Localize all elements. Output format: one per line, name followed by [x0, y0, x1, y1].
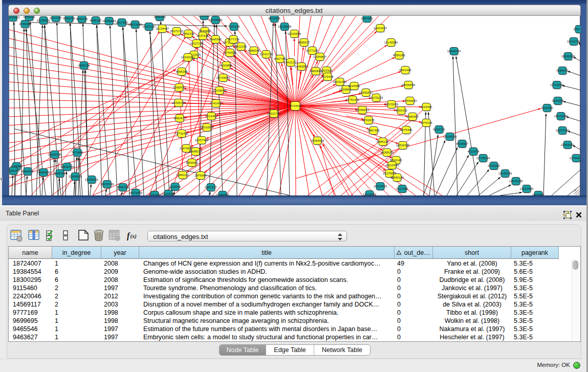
svg-text:14460856: 14460856: [295, 65, 309, 68]
svg-text:10327246: 10327246: [190, 42, 204, 45]
svg-text:13134457: 13134457: [156, 27, 169, 30]
svg-text:4050413: 4050413: [395, 109, 407, 112]
svg-text:14275203: 14275203: [369, 96, 383, 99]
svg-text:22992872: 22992872: [359, 91, 373, 94]
svg-text:3677374: 3677374: [227, 38, 239, 41]
svg-text:8134562: 8134562: [348, 84, 360, 87]
svg-text:22806503: 22806503: [69, 175, 82, 178]
svg-text:7452134: 7452134: [182, 32, 194, 35]
svg-text:19384554: 19384554: [311, 139, 324, 142]
svg-text:2077105: 2077105: [306, 49, 318, 52]
svg-text:9275445: 9275445: [400, 128, 412, 132]
svg-text:6482877: 6482877: [173, 117, 186, 120]
svg-text:3644095: 3644095: [552, 99, 564, 102]
svg-text:19836388: 19836388: [396, 144, 410, 147]
svg-text:4735650: 4735650: [19, 23, 31, 26]
svg-text:20372723: 20372723: [170, 30, 184, 33]
svg-text:11584847: 11584847: [313, 55, 327, 58]
svg-text:13754919: 13754919: [223, 51, 237, 54]
svg-text:5685216: 5685216: [377, 140, 389, 143]
svg-text:16648784: 16648784: [447, 50, 461, 53]
svg-text:5188470: 5188470: [556, 69, 569, 72]
svg-text:13732411: 13732411: [175, 132, 189, 135]
svg-text:20031404: 20031404: [333, 80, 347, 83]
svg-text:8029889: 8029889: [220, 64, 232, 67]
svg-text:19688132: 19688132: [189, 150, 203, 153]
svg-text:13045349: 13045349: [498, 172, 512, 175]
svg-text:2876966: 2876966: [194, 174, 207, 177]
svg-text:22744459: 22744459: [216, 76, 230, 79]
svg-text:8224730: 8224730: [433, 128, 445, 131]
svg-text:8369062: 8369062: [186, 161, 198, 164]
svg-text:12416912: 12416912: [363, 193, 377, 195]
svg-text:21257684: 21257684: [520, 187, 534, 190]
svg-text:9958289: 9958289: [176, 70, 188, 73]
svg-text:1890399: 1890399: [54, 172, 66, 175]
svg-text:9217207: 9217207: [50, 16, 62, 19]
svg-text:(x): (x): [130, 233, 137, 239]
svg-text:12541238: 12541238: [509, 180, 523, 183]
svg-text:22570529: 22570529: [385, 103, 399, 106]
svg-text:2537611: 2537611: [197, 34, 209, 37]
svg-text:15157347: 15157347: [142, 25, 156, 28]
svg-text:19523409: 19523409: [554, 115, 568, 118]
svg-text:19085076: 19085076: [380, 151, 394, 154]
svg-text:8079409: 8079409: [321, 75, 334, 78]
svg-text:8359183: 8359183: [393, 54, 405, 57]
svg-text:21439044: 21439044: [213, 89, 227, 92]
svg-text:10057945: 10057945: [195, 139, 209, 142]
svg-text:4245263: 4245263: [488, 164, 500, 167]
svg-text:22306335: 22306335: [172, 101, 186, 104]
svg-text:4679214: 4679214: [420, 121, 432, 124]
svg-text:16072954: 16072954: [129, 191, 143, 194]
svg-text:17956909: 17956909: [37, 171, 51, 174]
svg-text:9115460: 9115460: [421, 105, 433, 108]
svg-text:9214491: 9214491: [205, 115, 217, 118]
svg-text:18992829: 18992829: [561, 55, 575, 58]
svg-text:7357224: 7357224: [228, 25, 240, 28]
svg-text:13748244: 13748244: [476, 157, 490, 160]
svg-text:2066449: 2066449: [154, 16, 166, 18]
svg-text:15180586: 15180586: [216, 193, 230, 195]
svg-text:8489709: 8489709: [63, 17, 75, 20]
svg-text:14401657: 14401657: [374, 27, 387, 30]
svg-text:6217026: 6217026: [396, 187, 408, 190]
svg-text:6457765: 6457765: [274, 57, 286, 60]
svg-text:3395870: 3395870: [173, 86, 185, 89]
svg-text:20580115: 20580115: [390, 176, 404, 179]
svg-text:17751421: 17751421: [346, 98, 360, 101]
svg-text:2905334: 2905334: [78, 64, 90, 67]
svg-text:21754078: 21754078: [570, 157, 581, 160]
svg-text:19832259: 19832259: [60, 165, 74, 168]
svg-text:6357277: 6357277: [205, 186, 217, 189]
svg-text:1999828: 1999828: [198, 16, 210, 17]
svg-text:4429607: 4429607: [456, 142, 468, 145]
svg-text:1218062: 1218062: [169, 185, 181, 188]
svg-text:22093651: 22093651: [561, 143, 575, 146]
svg-text:18724007: 18724007: [289, 104, 302, 107]
svg-text:16033809: 16033809: [209, 18, 223, 21]
svg-text:5641643: 5641643: [399, 69, 411, 72]
svg-text:8646997: 8646997: [209, 38, 222, 41]
svg-text:16510878: 16510878: [200, 126, 214, 129]
svg-text:20615450: 20615450: [385, 164, 399, 167]
svg-text:18096865: 18096865: [402, 83, 416, 86]
svg-text:8806804: 8806804: [21, 170, 34, 173]
svg-text:20772475: 20772475: [148, 193, 162, 195]
svg-text:3917183: 3917183: [116, 21, 128, 24]
svg-text:16415740: 16415740: [567, 40, 581, 43]
svg-text:11881122: 11881122: [176, 173, 189, 177]
svg-text:9875847: 9875847: [532, 193, 545, 195]
svg-text:2580963: 2580963: [406, 115, 419, 118]
svg-text:22455603: 22455603: [9, 16, 20, 19]
svg-text:7671884: 7671884: [71, 151, 83, 154]
svg-text:8811165: 8811165: [235, 45, 247, 48]
svg-text:4112034: 4112034: [468, 150, 480, 153]
svg-text:18922760: 18922760: [267, 112, 281, 115]
svg-text:21200396: 21200396: [48, 153, 62, 156]
svg-text:4439167: 4439167: [90, 19, 102, 22]
svg-text:12294238: 12294238: [443, 135, 457, 138]
svg-text:8813054: 8813054: [268, 17, 280, 20]
svg-text:13241736: 13241736: [259, 53, 273, 56]
svg-text:4389045: 4389045: [248, 49, 260, 52]
